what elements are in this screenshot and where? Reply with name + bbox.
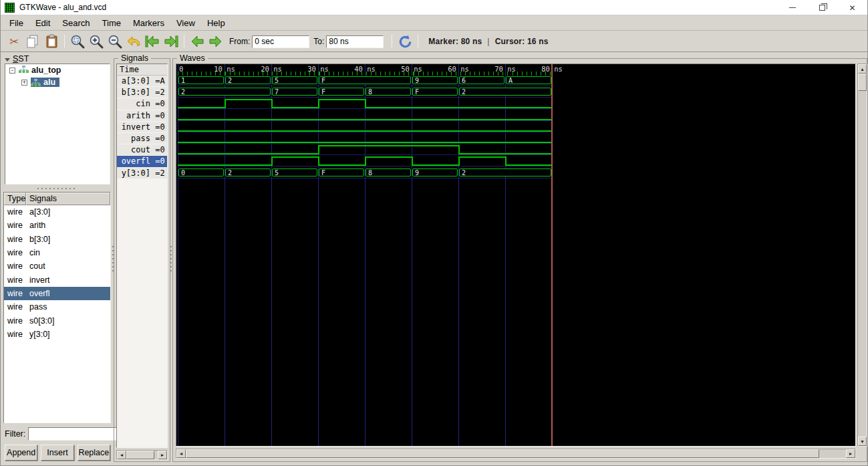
grid-line: [505, 64, 506, 446]
menu-help[interactable]: Help: [201, 16, 231, 30]
signal-item-overfl[interactable]: overfl =0: [117, 156, 167, 167]
maximize-button[interactable]: [807, 0, 837, 15]
scroll-right-button[interactable]: ▸: [846, 449, 855, 458]
replace-button[interactable]: Replace: [78, 445, 110, 461]
module-icon: [19, 66, 29, 73]
signal-value: =2: [150, 168, 165, 178]
zoom-fit-button[interactable]: [68, 33, 87, 50]
scroll-thumb[interactable]: [186, 449, 819, 458]
table-row[interactable]: wireinvert: [4, 273, 110, 286]
zoom-undo-icon: [126, 34, 141, 49]
signal-item-a[3:0][interactable]: a[3:0] =A: [117, 76, 167, 87]
bus-value: 5: [275, 77, 279, 84]
signal-name: a[3:0]: [118, 76, 150, 86]
tree-expander-icon[interactable]: +: [21, 80, 27, 86]
bit-trace-cin: [178, 107, 225, 108]
insert-button[interactable]: Insert: [41, 445, 74, 461]
bit-trace-overfl: [365, 156, 412, 158]
from-input[interactable]: [252, 35, 309, 48]
sst-expander[interactable]: SST: [5, 54, 29, 64]
trace-row-separator: [178, 86, 552, 86]
cut-button[interactable]: ✂: [5, 33, 23, 50]
marker-line: [551, 64, 553, 446]
bus-segment-a[3:0]: A: [506, 76, 551, 84]
scroll-left-button[interactable]: ◂: [176, 449, 186, 458]
signal-item-y[3:0][interactable]: y[3:0] =2: [117, 168, 167, 179]
fetch-right-button[interactable]: [162, 33, 180, 50]
menu-markers[interactable]: Markers: [127, 16, 170, 30]
tree-item-alu_top[interactable]: -alu_top: [5, 64, 110, 76]
bus-segment-y[3:0]: 2: [459, 168, 551, 177]
scroll-thumb[interactable]: [858, 74, 867, 91]
paste-button[interactable]: [42, 33, 61, 50]
bus-value: 9: [415, 77, 419, 84]
cell-type: wire: [4, 330, 26, 339]
bus-segment-y[3:0]: 2: [225, 168, 271, 177]
signals-hscrollbar[interactable]: ◂ ▸: [116, 450, 168, 460]
zoom-undo-button[interactable]: [124, 33, 143, 50]
scroll-thumb[interactable]: [126, 451, 154, 459]
bus-value: 2: [462, 169, 466, 177]
column-header-signals[interactable]: Signals: [26, 193, 110, 205]
table-row[interactable]: wirecin: [4, 246, 110, 259]
cell-signal: s0[3:0]: [26, 316, 55, 326]
reload-icon: [398, 34, 413, 49]
trace-row-separator: [178, 97, 552, 98]
table-row[interactable]: wires0[3:0]: [4, 314, 110, 327]
scroll-right-button[interactable]: ▸: [158, 451, 167, 459]
menu-search[interactable]: Search: [56, 16, 96, 30]
reload-button[interactable]: [396, 33, 414, 50]
scroll-left-button[interactable]: ◂: [117, 451, 126, 459]
waves-hscrollbar[interactable]: ◂ ▸: [176, 449, 856, 459]
bus-value: F: [321, 88, 325, 96]
table-row[interactable]: wirey[3:0]: [4, 328, 110, 341]
zoom-out-button[interactable]: [106, 33, 124, 50]
menu-file[interactable]: File: [3, 16, 29, 30]
grid-line: [225, 64, 225, 446]
menu-edit[interactable]: Edit: [29, 16, 56, 30]
table-row[interactable]: wirea[3:0]: [4, 205, 110, 219]
shift-right-button[interactable]: [206, 33, 225, 50]
table-row[interactable]: wireoverfl: [4, 287, 110, 300]
bit-trace-cout: [318, 145, 458, 146]
time-header[interactable]: Time: [117, 64, 167, 76]
sst-label: ST: [18, 54, 29, 64]
table-row[interactable]: wirecout: [4, 259, 110, 273]
waves-vscrollbar[interactable]: ▴ ▾: [857, 64, 867, 447]
status-divider: |: [487, 37, 489, 46]
bus-value: F: [415, 88, 419, 96]
table-row[interactable]: wireb[3:0]: [4, 233, 110, 246]
fetch-left-button[interactable]: [143, 33, 162, 50]
signal-item-cin[interactable]: cin =0: [117, 98, 167, 110]
copy-button[interactable]: [23, 33, 42, 50]
bus-segment-a[3:0]: 6: [459, 76, 504, 84]
signal-item-cout[interactable]: cout =0: [117, 144, 167, 156]
cell-signal: b[3:0]: [26, 235, 50, 244]
column-header-type[interactable]: Type: [4, 193, 26, 205]
tree-expander-icon[interactable]: -: [9, 68, 15, 74]
wave-canvas[interactable]: 010 ns20 ns30 ns40 ns50 ns60 ns70 ns80 n…: [176, 64, 856, 447]
bus-value: 7: [275, 88, 279, 96]
signal-item-invert[interactable]: invert =0: [117, 122, 167, 133]
scroll-down-button[interactable]: ▾: [858, 437, 867, 446]
bus-segment-b[3:0]: 8: [366, 88, 411, 96]
scroll-up-button[interactable]: ▴: [858, 64, 867, 74]
table-row[interactable]: wirearith: [4, 219, 110, 232]
horizontal-splitter-handle[interactable]: [37, 187, 78, 190]
to-input[interactable]: [326, 35, 384, 48]
minimize-button[interactable]: [777, 0, 807, 15]
tree-item-alu[interactable]: +alu: [5, 76, 110, 88]
signal-item-arith[interactable]: arith =0: [117, 110, 167, 122]
zoom-in-button[interactable]: [87, 33, 106, 50]
append-button[interactable]: Append: [5, 445, 37, 461]
table-row[interactable]: wirepass: [4, 300, 110, 314]
bit-trace-cin: [271, 107, 318, 108]
signal-item-pass[interactable]: pass =0: [117, 133, 167, 144]
trace-row-separator: [178, 132, 552, 132]
close-button[interactable]: ✕: [837, 0, 867, 15]
bit-transition: [318, 145, 319, 154]
signal-item-b[3:0][interactable]: b[3:0] =2: [117, 87, 167, 98]
shift-left-button[interactable]: [188, 33, 206, 50]
menu-time[interactable]: Time: [96, 16, 127, 30]
menu-view[interactable]: View: [170, 16, 201, 30]
